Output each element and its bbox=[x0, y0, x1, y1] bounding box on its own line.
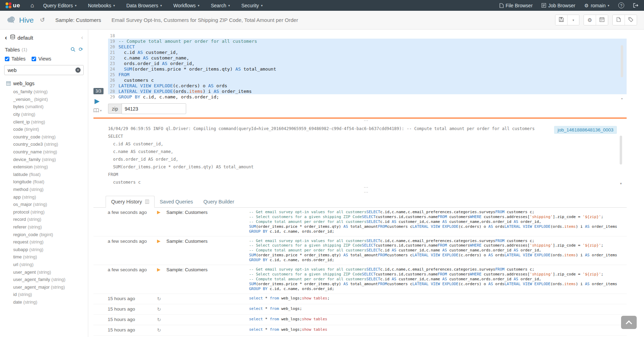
editor-line[interactable]: 22 c.name AS customer_name, bbox=[108, 55, 627, 61]
history-row[interactable]: a few seconds agoSample: Customers-- Get… bbox=[93, 208, 627, 236]
execute-button[interactable]: ▶ bbox=[94, 97, 100, 105]
history-row[interactable]: 15 hours ago↻select * from web_logs;show… bbox=[93, 325, 627, 336]
column-item[interactable]: time (string) bbox=[0, 253, 88, 261]
column-item[interactable]: city (string) bbox=[0, 111, 88, 118]
menu-query-editors[interactable]: Query Editors▾ bbox=[43, 3, 76, 8]
table-search-input[interactable] bbox=[4, 65, 84, 75]
save-dropdown-button[interactable]: ▾ bbox=[567, 15, 579, 25]
column-item[interactable]: longitude (float) bbox=[0, 178, 88, 186]
editor-line[interactable]: 27LATERAL VIEW EXPLODE(c.orders) o AS or… bbox=[108, 83, 627, 89]
history-row[interactable]: a few seconds agoSample: Customers-- Get… bbox=[93, 236, 627, 265]
column-item[interactable]: _version_ (bigint) bbox=[0, 96, 88, 103]
column-item[interactable]: device_family (string) bbox=[0, 155, 88, 163]
home-icon[interactable]: ⌂ bbox=[31, 2, 34, 9]
app-name[interactable]: Hive bbox=[19, 16, 34, 24]
help-icon[interactable]: ? bbox=[618, 2, 624, 8]
column-item[interactable]: referer (string) bbox=[0, 223, 88, 231]
session-settings-button[interactable]: ⚙ bbox=[584, 15, 596, 25]
variable-input[interactable] bbox=[122, 103, 186, 114]
search-icon[interactable] bbox=[71, 47, 75, 52]
tags-button[interactable] bbox=[625, 15, 637, 25]
column-item[interactable]: os_major (string) bbox=[0, 201, 88, 208]
back-icon[interactable]: ‹ bbox=[5, 34, 7, 41]
history-row[interactable]: 15 hours ago↻select * from web_logs;show… bbox=[93, 315, 627, 325]
log-scrollbar[interactable]: ▾ bbox=[619, 125, 623, 185]
column-item[interactable]: country_code (string) bbox=[0, 133, 88, 141]
editor-line[interactable]: 25FROM bbox=[108, 72, 627, 78]
scroll-down-icon[interactable]: ▾ bbox=[619, 182, 623, 185]
table-item-web-logs[interactable]: web_logs bbox=[0, 78, 88, 88]
editor-line[interactable]: 20SELECT bbox=[108, 44, 627, 50]
query-history-icon[interactable]: ↺ bbox=[40, 16, 45, 24]
column-item[interactable]: method (string) bbox=[0, 186, 88, 193]
column-item[interactable]: id (string) bbox=[0, 291, 88, 298]
logout-icon[interactable] bbox=[633, 3, 638, 8]
column-item[interactable]: subapp (string) bbox=[0, 246, 88, 253]
tables-checkbox-input[interactable] bbox=[5, 57, 9, 61]
user-menu[interactable]: ⚙ romain ▾ bbox=[584, 3, 609, 8]
tab-saved-queries[interactable]: Saved Queries bbox=[155, 196, 198, 207]
database-name[interactable]: default bbox=[17, 35, 33, 41]
resize-handle[interactable]: ⋯ bbox=[88, 119, 644, 123]
history-row[interactable]: 15 hours ago↻select * from web_logs;show… bbox=[93, 336, 627, 337]
save-button[interactable] bbox=[555, 15, 567, 25]
editor-line[interactable]: 21 c.id AS customer_id, bbox=[108, 50, 627, 55]
menu-notebooks[interactable]: Notebooks▾ bbox=[88, 3, 115, 8]
job-link[interactable]: job_1461888648136_0003 bbox=[554, 126, 617, 134]
code-editor[interactable]: 1819-- Compute total amount per order fo… bbox=[108, 33, 627, 100]
editor-line[interactable]: 24 SUM(order_items.price * order_items.q… bbox=[108, 66, 627, 72]
history-row[interactable]: 15 hours ago↻select * from web_logs; bbox=[93, 304, 627, 315]
menu-security[interactable]: Security▾ bbox=[241, 3, 263, 8]
column-item[interactable]: os_family (string) bbox=[0, 88, 88, 96]
resize-handle[interactable]: ⋯ bbox=[88, 190, 644, 195]
column-item[interactable]: date (string) bbox=[0, 298, 88, 306]
column-item[interactable]: bytes (smallint) bbox=[0, 103, 88, 111]
query-title[interactable]: Sample: Customers bbox=[55, 17, 101, 23]
tab-query-history[interactable]: Query History bbox=[106, 196, 155, 208]
column-item[interactable]: request (string) bbox=[0, 238, 88, 246]
scroll-to-top-button[interactable] bbox=[621, 316, 637, 329]
job-browser-link[interactable]: Job Browser bbox=[542, 3, 575, 8]
collapse-panel-icon[interactable]: ‹ bbox=[81, 34, 83, 41]
editor-line[interactable]: 23 ords.order_id AS order_id, bbox=[108, 61, 627, 66]
editor-line[interactable]: 28LATERAL VIEW EXPLODE(ords.items) i AS … bbox=[108, 89, 627, 94]
scrollbar-thumb[interactable] bbox=[621, 45, 623, 77]
column-item[interactable]: app (string) bbox=[0, 193, 88, 201]
column-item[interactable]: region_code (bigint) bbox=[0, 231, 88, 238]
views-checkbox-input[interactable] bbox=[32, 57, 36, 61]
editor-line[interactable]: 29GROUP BY c.id, c.name, ords.order_id; bbox=[108, 94, 627, 100]
menu-workflows[interactable]: Workflows▾ bbox=[173, 3, 199, 8]
variables-toggle[interactable]: ▾ bbox=[93, 108, 102, 113]
column-item[interactable]: country_name (string) bbox=[0, 148, 88, 156]
history-row[interactable]: 15 hours ago↻select * from web_logs;show… bbox=[93, 294, 627, 304]
column-item[interactable]: extension (string) bbox=[0, 163, 88, 171]
menu-search[interactable]: Search▾ bbox=[211, 3, 230, 8]
history-row[interactable]: a few seconds agoSample: Customers-- Get… bbox=[93, 265, 627, 294]
column-item[interactable]: protocol (string) bbox=[0, 208, 88, 216]
column-item[interactable]: latitude (float) bbox=[0, 171, 88, 178]
column-item[interactable]: user_agent_major (string) bbox=[0, 283, 88, 291]
scrollbar-thumb[interactable] bbox=[620, 136, 622, 165]
column-item[interactable]: code (tinyint) bbox=[0, 126, 88, 133]
column-item[interactable]: record (string) bbox=[0, 216, 88, 223]
editor-line[interactable]: 26 customers c bbox=[108, 78, 627, 83]
column-item[interactable]: country_code3 (string) bbox=[0, 141, 88, 148]
filter-tables-checkbox[interactable]: Tables bbox=[5, 56, 25, 62]
column-item[interactable]: user_agent (string) bbox=[0, 268, 88, 276]
filter-views-checkbox[interactable]: Views bbox=[32, 56, 51, 62]
new-document-button[interactable] bbox=[613, 15, 625, 25]
scheduler-button[interactable] bbox=[596, 15, 608, 25]
column-item[interactable]: client_ip (string) bbox=[0, 118, 88, 126]
file-browser-link[interactable]: File Browser bbox=[499, 3, 533, 8]
query-description[interactable]: Email Survey Opt-Ins, Customers for Ship… bbox=[112, 17, 298, 23]
column-item[interactable]: url (string) bbox=[0, 261, 88, 268]
refresh-icon[interactable]: ⟳ bbox=[79, 46, 83, 53]
editor-line[interactable]: 19-- Compute total amount per order for … bbox=[108, 39, 627, 44]
tab-query-builder[interactable]: Query Builder bbox=[198, 196, 240, 207]
clear-search-icon[interactable]: × bbox=[75, 67, 81, 73]
editor-scrollbar[interactable]: ▾ bbox=[620, 33, 624, 100]
scroll-down-icon[interactable]: ▾ bbox=[620, 97, 624, 101]
hue-logo[interactable]: ue bbox=[6, 2, 20, 9]
editor-line[interactable]: 18 bbox=[108, 33, 627, 39]
menu-data-browsers[interactable]: Data Browsers▾ bbox=[126, 3, 162, 8]
